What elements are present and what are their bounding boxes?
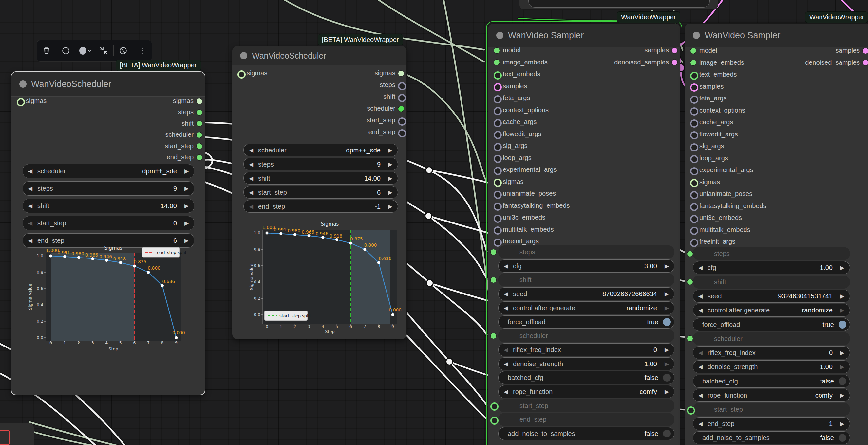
input-slot-start_step[interactable] (490, 403, 498, 411)
input-slot-scheduler[interactable] (687, 335, 693, 342)
input-slot-uni3c_embeds[interactable] (690, 215, 698, 223)
output-slot-end_step[interactable] (398, 129, 406, 137)
input-slot-context_options[interactable] (494, 107, 502, 115)
decrement-arrow[interactable]: ◀ (249, 175, 253, 181)
input-slot-text_embeds[interactable] (690, 72, 698, 80)
input-slot-text_embeds[interactable] (494, 71, 502, 79)
increment-arrow[interactable]: ▶ (664, 290, 669, 298)
increment-arrow[interactable]: ▶ (664, 304, 669, 311)
widget-riflex_freq_index[interactable]: ◀riflex_freq_index0▶ (693, 346, 850, 359)
widget-seed[interactable]: ◀seed870926672666634▶ (498, 287, 675, 300)
input-slot-multitalk_embeds[interactable] (690, 227, 698, 235)
decrement-arrow[interactable]: ◀ (249, 203, 253, 210)
output-slot-denoised_samples[interactable] (672, 59, 678, 65)
widget-denoise_strength[interactable]: ◀denoise_strength1.00▶ (498, 357, 675, 370)
output-slot-start_step[interactable] (398, 117, 406, 126)
widget-end_step[interactable]: end_step (498, 413, 675, 426)
increment-arrow[interactable]: ▶ (184, 220, 189, 227)
widget-scheduler[interactable]: scheduler (693, 332, 850, 345)
widget-batched_cfg[interactable]: batched_cfgfalse (498, 371, 675, 384)
output-slot-samples[interactable] (672, 47, 678, 54)
increment-arrow[interactable]: ▶ (664, 263, 669, 269)
input-slot-feta_args[interactable] (690, 96, 698, 104)
output-slot-denoised_samples[interactable] (862, 60, 868, 66)
widget-denoise_strength[interactable]: ◀denoise_strength1.00▶ (693, 360, 850, 373)
input-slot-flowedit_args[interactable] (690, 131, 698, 139)
widget-rope_function[interactable]: ◀rope_functioncomfy▶ (693, 389, 850, 402)
decrement-arrow[interactable]: ◀ (698, 364, 703, 370)
decrement-arrow[interactable]: ◀ (249, 146, 253, 153)
input-slot-multitalk_embeds[interactable] (494, 227, 502, 235)
increment-arrow[interactable]: ▶ (388, 161, 393, 168)
node-sampler1[interactable]: WanVideo Samplermodelimage_embedstext_em… (488, 23, 680, 445)
reroute-dot[interactable] (427, 280, 433, 287)
input-slot-sigmas[interactable] (690, 179, 698, 187)
widget-force_offload[interactable]: force_offloadtrue (498, 315, 675, 329)
output-slot-start_step[interactable] (196, 143, 203, 149)
output-slot-samples[interactable] (862, 48, 868, 54)
decrement-arrow[interactable]: ◀ (698, 420, 703, 427)
decrement-arrow[interactable]: ◀ (698, 392, 703, 399)
input-slot-freeinit_args[interactable] (690, 239, 698, 247)
increment-arrow[interactable]: ▶ (840, 264, 844, 271)
info-icon[interactable] (56, 41, 75, 61)
input-slot-shift[interactable] (490, 277, 497, 283)
toggle-indicator[interactable] (839, 321, 846, 329)
toggle-indicator[interactable] (839, 377, 846, 385)
partial-widget[interactable] (528, 0, 710, 7)
increment-arrow[interactable]: ▶ (388, 175, 393, 181)
graph-canvas[interactable]: WanVideoSchedulersigmassigmasstepsshifts… (0, 0, 868, 445)
widget-cfg[interactable]: ◀cfg1.00▶ (693, 261, 850, 274)
increment-arrow[interactable]: ▶ (664, 360, 669, 367)
input-slot-samples[interactable] (494, 83, 502, 91)
decrement-arrow[interactable]: ◀ (504, 360, 508, 367)
widget-start_step[interactable]: ◀start_step6▶ (243, 186, 398, 199)
decrement-arrow[interactable]: ◀ (698, 349, 703, 356)
widget-scheduler[interactable]: ◀schedulerdpm++_sde▶ (23, 164, 194, 178)
widget-steps[interactable]: steps (498, 245, 675, 259)
input-slot-loop_args[interactable] (690, 155, 698, 163)
collapse-icon[interactable] (94, 41, 113, 61)
input-slot-flowedit_args[interactable] (494, 131, 502, 139)
decrement-arrow[interactable]: ◀ (28, 185, 32, 192)
input-slot-scheduler[interactable] (490, 333, 497, 339)
increment-arrow[interactable]: ▶ (840, 392, 844, 399)
output-slot-scheduler[interactable] (196, 132, 203, 138)
increment-arrow[interactable]: ▶ (840, 420, 844, 427)
decrement-arrow[interactable]: ◀ (698, 293, 703, 299)
reroute-dot[interactable] (446, 358, 453, 365)
widget-rope_function[interactable]: ◀rope_functioncomfy▶ (498, 385, 675, 398)
widget-scheduler[interactable]: ◀schedulerdpm++_sde▶ (243, 144, 398, 157)
output-slot-steps[interactable] (398, 82, 406, 90)
toggle-indicator[interactable] (663, 374, 671, 381)
bypass-icon[interactable] (114, 41, 133, 61)
input-slot-model[interactable] (494, 47, 500, 54)
increment-arrow[interactable]: ▶ (184, 203, 189, 209)
more-options-icon[interactable] (133, 41, 152, 61)
input-slot-sigmas[interactable] (494, 179, 502, 187)
widget-control-after-generate[interactable]: ◀control after generaterandomize▶ (498, 301, 675, 314)
widget-start_step[interactable]: ◀start_step0▶ (23, 216, 194, 230)
node-color-icon[interactable] (75, 41, 94, 61)
widget-cfg[interactable]: ◀cfg3.00▶ (498, 260, 675, 273)
decrement-arrow[interactable]: ◀ (698, 264, 703, 271)
increment-arrow[interactable]: ▶ (388, 189, 393, 196)
input-slot-slg_args[interactable] (690, 143, 698, 151)
increment-arrow[interactable]: ▶ (664, 346, 669, 353)
input-slot-samples[interactable] (690, 83, 698, 92)
input-slot-context_options[interactable] (690, 107, 698, 115)
input-slot-loop_args[interactable] (494, 155, 502, 163)
decrement-arrow[interactable]: ◀ (28, 220, 32, 227)
input-slot-experimental_args[interactable] (494, 167, 502, 175)
widget-shift[interactable]: shift (693, 275, 850, 288)
output-slot-scheduler[interactable] (398, 106, 404, 112)
decrement-arrow[interactable]: ◀ (504, 290, 508, 298)
decrement-arrow[interactable]: ◀ (249, 189, 253, 196)
widget-start_step[interactable]: start_step (693, 403, 850, 416)
input-slot-start_step[interactable] (687, 406, 695, 415)
input-slot-fantasytalking_embeds[interactable] (690, 203, 698, 211)
decrement-arrow[interactable]: ◀ (504, 304, 508, 311)
widget-shift[interactable]: shift (498, 273, 675, 286)
input-slot-cache_args[interactable] (690, 119, 698, 128)
output-slot-sigmas[interactable] (398, 70, 404, 76)
